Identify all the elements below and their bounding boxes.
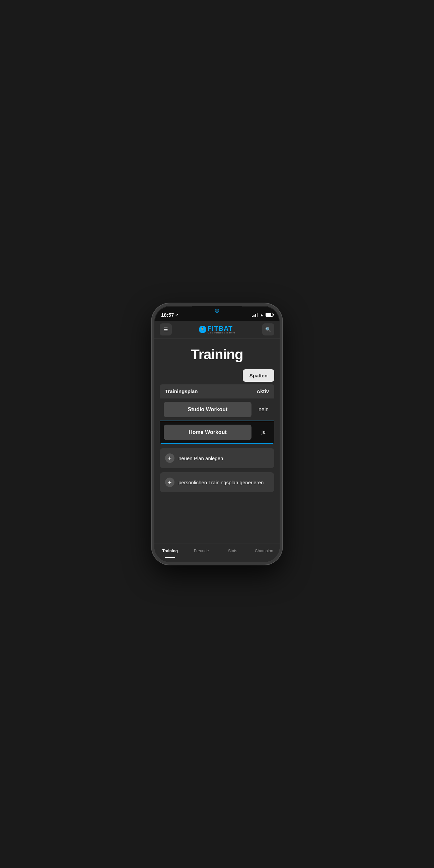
- nav-label-freunde: Freunde: [194, 549, 209, 553]
- nav-label-champion: Champion: [255, 549, 273, 553]
- col-aktiv: Aktiv: [257, 389, 269, 394]
- nav-item-stats[interactable]: Stats: [217, 547, 248, 555]
- table-row[interactable]: Home Workout ja: [160, 421, 274, 444]
- search-icon: 🔍: [265, 327, 271, 332]
- new-plan-button[interactable]: + neuen Plan anlegen: [160, 448, 274, 468]
- wifi-icon: ▲: [260, 312, 264, 317]
- generate-plan-label: persönlichen Trainingsplan generieren: [178, 479, 264, 485]
- location-icon: ↗: [175, 313, 178, 317]
- hamburger-icon: ☰: [164, 327, 168, 332]
- studio-workout-status: nein: [257, 406, 270, 412]
- status-time: 18:57: [161, 312, 174, 318]
- studio-workout-button[interactable]: Studio Workout: [164, 402, 252, 417]
- app-header: ☰ 🏃 FITBAT Das Fitness Battle 🔍: [155, 321, 279, 339]
- status-icons: ▲: [252, 312, 273, 317]
- spalten-container: Spalten: [160, 369, 274, 382]
- nav-label-training: Training: [162, 549, 178, 553]
- table-row[interactable]: Studio Workout nein: [160, 398, 274, 421]
- home-workout-button[interactable]: Home Workout: [164, 425, 252, 440]
- col-trainingsplan: Trainingsplan: [165, 389, 198, 394]
- battery-icon: [266, 313, 273, 317]
- app-logo: 🏃 FITBAT Das Fitness Battle: [199, 325, 235, 334]
- new-plan-label: neuen Plan anlegen: [178, 456, 223, 461]
- bottom-nav: Training Freunde Stats Champion: [155, 544, 279, 562]
- table-header: Trainingsplan Aktiv: [160, 384, 274, 398]
- page-title: Training: [160, 346, 274, 363]
- nav-item-training[interactable]: Training: [155, 547, 186, 555]
- nav-item-freunde[interactable]: Freunde: [186, 547, 217, 555]
- signal-icon: [252, 313, 258, 317]
- nav-label-stats: Stats: [228, 549, 237, 553]
- generate-plan-button[interactable]: + persönlichen Trainingsplan generieren: [160, 472, 274, 492]
- plus-icon-2: +: [165, 477, 174, 487]
- spalten-button[interactable]: Spalten: [243, 369, 274, 382]
- main-content: Training Spalten Trainingsplan Aktiv Stu…: [155, 339, 279, 544]
- menu-button[interactable]: ☰: [160, 323, 172, 336]
- logo-icon: 🏃: [199, 326, 206, 333]
- search-button[interactable]: 🔍: [262, 323, 274, 336]
- plus-icon: +: [165, 454, 174, 463]
- logo-subtitle: Das Fitness Battle: [208, 331, 235, 334]
- nav-item-champion[interactable]: Champion: [248, 547, 280, 555]
- training-table: Trainingsplan Aktiv Studio Workout nein …: [160, 384, 274, 444]
- nav-active-indicator: [165, 557, 175, 558]
- app-screen: ☰ 🏃 FITBAT Das Fitness Battle 🔍 Training…: [155, 321, 279, 562]
- home-workout-status: ja: [257, 429, 270, 435]
